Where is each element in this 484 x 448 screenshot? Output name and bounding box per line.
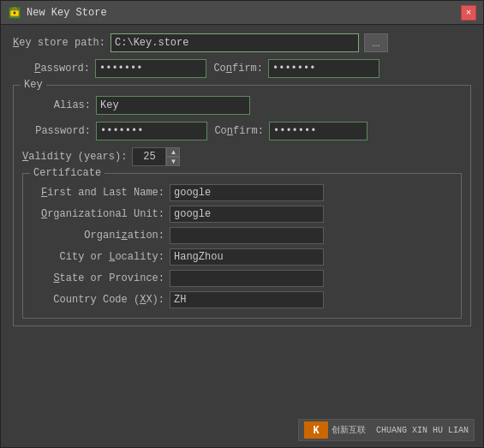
city-label: City or Locality: xyxy=(32,251,164,263)
window-icon xyxy=(8,6,21,20)
first-last-row: First and Last Name: xyxy=(32,184,452,201)
watermark-text: 创新互联 CHUANG XIN HU LIAN xyxy=(332,424,469,436)
window-title: New Key Store xyxy=(27,7,456,19)
key-section-title: Key xyxy=(21,79,46,91)
validity-spinner: ▲ ▼ xyxy=(132,147,180,166)
validity-row: Validity (years): ▲ ▼ xyxy=(22,147,462,166)
key-confirm-label: Confirm: xyxy=(212,125,264,137)
svg-text:K: K xyxy=(313,425,320,437)
org-unit-input[interactable] xyxy=(170,206,324,223)
footer: K 创新互联 CHUANG XIN HU LIAN xyxy=(1,413,483,447)
first-last-input[interactable] xyxy=(170,184,324,201)
alias-row: Alias: xyxy=(22,96,462,115)
password-row: Password: Confirm: xyxy=(13,59,471,78)
alias-input[interactable] xyxy=(96,96,250,115)
key-password-label: Password: xyxy=(22,125,91,137)
key-section: Key Alias: Password: Confirm: Validity (… xyxy=(13,85,471,326)
form-content: Key store path: ... Password: Confirm: K… xyxy=(1,25,483,413)
city-row: City or Locality: xyxy=(32,248,452,266)
key-confirm-input[interactable] xyxy=(269,122,367,140)
key-password-input[interactable] xyxy=(96,122,207,140)
watermark: K 创新互联 CHUANG XIN HU LIAN xyxy=(298,419,475,441)
new-key-store-window: New Key Store × Key store path: ... Pass… xyxy=(0,0,484,448)
keystore-path-label: Key store path: xyxy=(13,37,105,49)
key-password-row: Password: Confirm: xyxy=(22,122,462,140)
state-row: State or Province: xyxy=(32,270,452,287)
country-input[interactable] xyxy=(170,291,324,308)
country-label: Country Code (XX): xyxy=(32,294,164,306)
org-input[interactable] xyxy=(170,227,324,244)
state-label: State or Province: xyxy=(32,272,164,284)
org-unit-row: Organizational Unit: xyxy=(32,206,452,223)
validity-input[interactable] xyxy=(132,147,166,166)
spin-down-button[interactable]: ▼ xyxy=(166,157,180,166)
org-row: Organization: xyxy=(32,227,452,244)
svg-point-2 xyxy=(14,11,16,14)
close-button[interactable]: × xyxy=(461,5,476,21)
title-bar: New Key Store × xyxy=(1,1,483,25)
watermark-logo: K xyxy=(304,421,328,439)
country-row: Country Code (XX): xyxy=(32,291,452,308)
confirm-label: Confirm: xyxy=(212,63,263,75)
confirm-input[interactable] xyxy=(268,59,379,78)
password-input[interactable] xyxy=(95,59,206,78)
password-label: Password: xyxy=(13,63,90,75)
spin-up-button[interactable]: ▲ xyxy=(166,147,180,157)
keystore-path-row: Key store path: ... xyxy=(13,33,471,52)
org-unit-label: Organizational Unit: xyxy=(32,208,164,220)
keystore-path-input[interactable] xyxy=(111,33,359,52)
first-last-label: First and Last Name: xyxy=(32,187,164,199)
browse-button[interactable]: ... xyxy=(364,33,388,52)
state-input[interactable] xyxy=(170,270,324,287)
org-label: Organization: xyxy=(32,230,164,242)
certificate-title: Certificate xyxy=(30,167,105,179)
certificate-section: Certificate First and Last Name: Organiz… xyxy=(22,173,462,319)
alias-label: Alias: xyxy=(22,99,91,111)
city-input[interactable] xyxy=(170,248,324,266)
validity-label: Validity (years): xyxy=(22,151,127,163)
spinner-controls: ▲ ▼ xyxy=(166,147,180,166)
